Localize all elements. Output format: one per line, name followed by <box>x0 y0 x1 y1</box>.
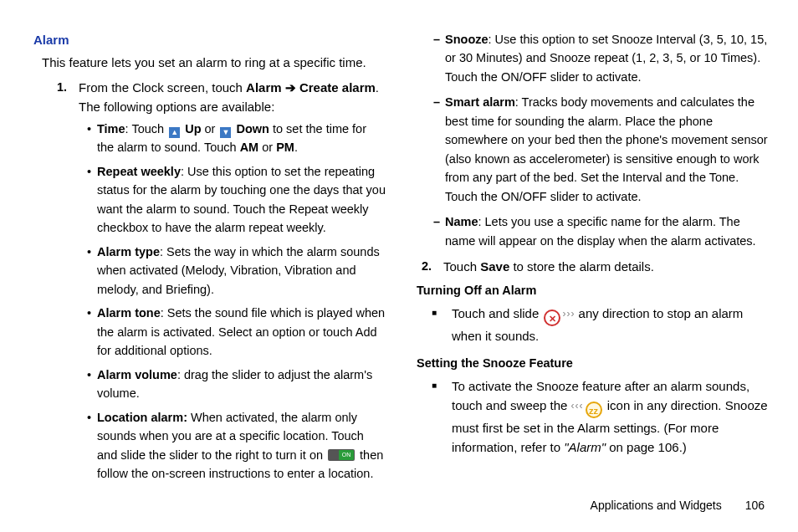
s2-p2: to store the alarm details. <box>509 259 654 274</box>
t2: or <box>201 122 218 136</box>
page-number: 106 <box>745 499 765 512</box>
bullet-mark: • <box>87 120 97 157</box>
subhead-turn-off: Turning Off an Alarm <box>417 281 770 299</box>
step-1-body: From the Clock screen, touch Alarm ➔ Cre… <box>79 78 386 117</box>
step-1-create: Create alarm <box>299 80 376 95</box>
snooze-label: Snooze <box>445 33 489 46</box>
bullet-mark: • <box>87 243 97 299</box>
snooze-text: : Use this option to set Snooze Interval… <box>445 33 767 84</box>
name-text: : Lets you use a specific name for the a… <box>445 215 756 247</box>
name-label: Name <box>445 215 478 228</box>
step-1-number: 1. <box>57 78 79 117</box>
s2-p1: Touch <box>443 259 480 274</box>
dash-name: – Name: Lets you use a specific name for… <box>433 212 770 250</box>
off-p1: Touch and slide <box>452 306 542 320</box>
t1: : Touch <box>125 122 168 136</box>
down-label: Down <box>233 122 269 136</box>
bullet-alarm-volume: • Alarm volume: drag the slider to adjus… <box>87 366 386 403</box>
dash-mark: – <box>433 93 445 206</box>
swipe-dots-left-icon: ‹‹‹ <box>571 400 584 412</box>
up-arrow-icon: ▲ <box>169 127 180 138</box>
dash-mark: – <box>433 212 445 250</box>
swipe-dots-icon: ››› <box>562 308 575 320</box>
turn-off-item: ■ Touch and slide ✕››› any direction to … <box>432 304 770 345</box>
type-label: Alarm type <box>97 245 160 258</box>
save-label: Save <box>480 259 509 274</box>
bullet-mark: • <box>87 408 97 483</box>
section-heading: Alarm <box>33 30 386 49</box>
step-2-number: 2. <box>422 257 443 276</box>
step-1-alarm: Alarm <box>246 80 282 95</box>
volume-label: Alarm volume <box>97 368 177 381</box>
bullet-mark: • <box>87 304 97 360</box>
am-label: AM <box>240 141 259 154</box>
snooze-alarm-icon: zz <box>586 402 602 418</box>
page-footer: Applications and Widgets 106 <box>591 497 765 515</box>
bullet-time: • Time: Touch ▲ Up or ▼ Down to set the … <box>87 120 386 157</box>
sn-p3: on page 106.) <box>606 440 687 454</box>
square-bullet-icon: ■ <box>432 304 452 345</box>
t5: . <box>294 141 298 154</box>
dash-mark: – <box>433 30 445 86</box>
bullet-location-alarm: • Location alarm: When activated, the al… <box>87 408 386 483</box>
right-arrow-icon: ➔ <box>282 80 299 95</box>
bullet-alarm-type: • Alarm type: Sets the way in which the … <box>87 243 386 299</box>
dash-snooze: – Snooze: Use this option to set Snooze … <box>433 30 770 86</box>
bullet-mark: • <box>87 162 97 238</box>
alarm-ref: "Alarm" <box>564 440 606 454</box>
step-2: 2. Touch Save to store the alarm details… <box>422 257 770 276</box>
smart-text: : Tracks body movements and calculates t… <box>445 95 768 202</box>
step-1-lead: From the Clock screen, touch <box>79 80 246 95</box>
time-label: Time <box>97 122 125 136</box>
footer-section: Applications and Widgets <box>591 499 722 512</box>
location-label: Location alarm: <box>97 411 187 424</box>
repeat-label: Repeat weekly <box>97 165 181 178</box>
snooze-item: ■ To activate the Snooze feature after a… <box>432 376 770 458</box>
intro-text: This feature lets you set an alarm to ri… <box>42 53 386 72</box>
smart-label: Smart alarm <box>445 95 515 109</box>
step-1: 1. From the Clock screen, touch Alarm ➔ … <box>57 78 386 117</box>
pm-label: PM <box>276 141 294 154</box>
t4: or <box>258 141 276 154</box>
bullet-alarm-tone: • Alarm tone: Sets the sound file which … <box>87 304 386 360</box>
down-arrow-icon: ▼ <box>220 127 231 138</box>
toggle-on-icon <box>328 449 355 461</box>
tone-label: Alarm tone <box>97 306 161 320</box>
square-bullet-icon: ■ <box>432 376 452 458</box>
dash-smart-alarm: – Smart alarm: Tracks body movements and… <box>433 93 770 206</box>
bullet-repeat: • Repeat weekly: Use this option to set … <box>87 162 386 238</box>
stop-alarm-icon: ✕ <box>544 309 560 326</box>
up-label: Up <box>182 122 201 136</box>
subhead-snooze: Setting the Snooze Feature <box>417 354 770 372</box>
bullet-mark: • <box>87 366 97 403</box>
